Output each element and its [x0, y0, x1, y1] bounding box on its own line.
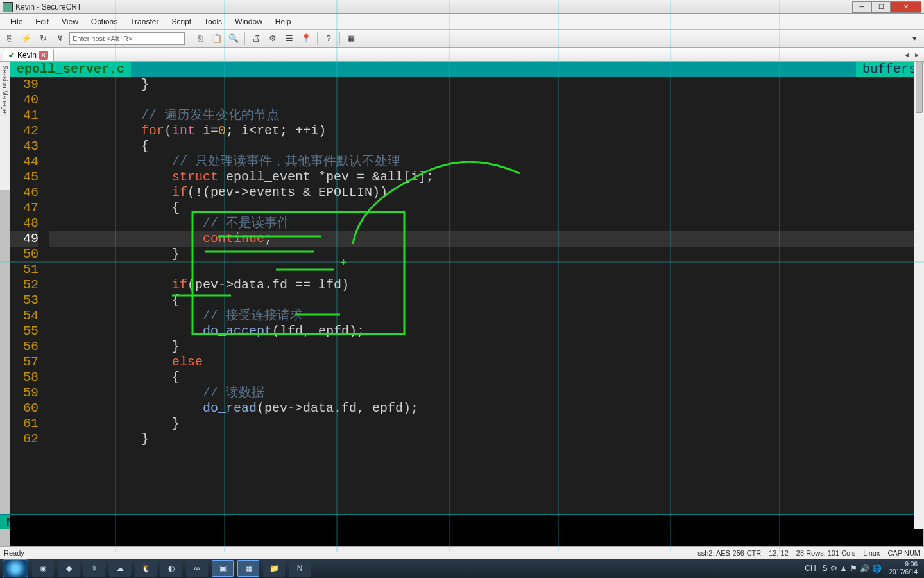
line-number: 49 [10, 231, 38, 247]
toolbar-dropdown-icon[interactable]: ▾ [907, 31, 921, 46]
taskbar-eclipse-icon[interactable]: ◐ [160, 560, 182, 577]
close-button[interactable]: ✕ [891, 1, 921, 13]
taskbar-clock[interactable]: 9:06 2017/6/14 [886, 561, 922, 576]
session-tabbar: ✔ Kevin ✕ ◂ ▸ [0, 48, 924, 62]
connect-icon[interactable]: ⎘ [3, 31, 17, 46]
clock-date: 2017/6/14 [889, 568, 918, 576]
code-line: } [49, 432, 923, 447]
menu-file[interactable]: File [4, 16, 29, 28]
options-icon[interactable]: ⚙ [266, 31, 280, 46]
copy-icon[interactable]: ⎘ [193, 31, 207, 46]
code-lines: } // 遍历发生变化的节点 for(int i=0; i<ret; ++i) … [49, 77, 923, 447]
status-os: Linux [863, 549, 880, 557]
taskbar-app-icon[interactable]: ☁ [109, 560, 131, 577]
line-number: 60 [10, 401, 38, 416]
taskbar-securecrt-icon[interactable]: ▣ [212, 560, 234, 577]
line-number-gutter: 3940414243444546474849505152535455565758… [10, 77, 45, 447]
code-line: { [49, 139, 923, 154]
find-icon[interactable]: 🔍 [227, 31, 241, 46]
line-number: 58 [10, 370, 38, 385]
system-tray: CH S⚙▲⚑🔊🌐 9:06 2017/6/14 [805, 561, 921, 576]
host-input[interactable]: Enter host <Alt+R> [69, 32, 185, 45]
tray-icon[interactable]: ⚑ [850, 564, 857, 573]
code-line: { [49, 200, 923, 216]
taskbar-vs-icon[interactable]: ∞ [186, 560, 208, 577]
vim-buffers-label[interactable]: buffers [856, 62, 923, 77]
status-caps: CAP NUM [887, 549, 920, 557]
reconnect-icon[interactable]: ↻ [36, 31, 50, 46]
toolbar-separator [189, 32, 189, 45]
start-button[interactable] [3, 559, 28, 577]
paste-icon[interactable]: 📋 [210, 31, 224, 46]
tray-icon[interactable]: ▲ [840, 564, 848, 573]
maximize-button[interactable]: ☐ [871, 1, 891, 13]
line-number: 41 [10, 108, 38, 123]
disconnect-icon[interactable]: ↯ [53, 31, 67, 46]
menu-options[interactable]: Options [85, 16, 124, 28]
line-number: 56 [10, 339, 38, 355]
taskbar-vmware-icon[interactable]: ▦ [237, 560, 259, 577]
line-number: 51 [10, 262, 38, 277]
window-titlebar: Kevin - SecureCRT ─ ☐ ✕ [0, 0, 924, 14]
app-statusbar: Ready ssh2: AES-256-CTR 12, 12 28 Rows, … [0, 546, 924, 559]
status-connection: ssh2: AES-256-CTR [697, 549, 761, 557]
line-number: 46 [10, 185, 38, 200]
line-number: 59 [10, 385, 38, 401]
session-options-icon[interactable]: ☰ [282, 31, 296, 46]
terminal-viewport[interactable]: epoll_server.c buffers 39404142434445464… [10, 62, 923, 529]
code-line: if(!(pev->events & EPOLLIN)) [49, 185, 923, 200]
menu-transfer[interactable]: Transfer [124, 16, 165, 28]
menu-edit[interactable]: Edit [29, 16, 55, 28]
quick-connect-icon[interactable]: ⚡ [19, 31, 33, 46]
tab-prev-icon[interactable]: ◂ [902, 50, 911, 59]
status-ready: Ready [4, 549, 24, 557]
code-line: // 读数据 [49, 385, 923, 401]
tab-close-icon[interactable]: ✕ [39, 51, 48, 60]
taskbar-explorer-icon[interactable]: 📁 [263, 560, 285, 577]
host-placeholder: Enter host <Alt+R> [73, 35, 132, 42]
log-icon[interactable]: 📍 [299, 31, 313, 46]
vertical-scrollbar[interactable] [914, 62, 924, 529]
code-line: { [49, 370, 923, 385]
code-line: // 遍历发生变化的节点 [49, 108, 923, 123]
tab-next-icon[interactable]: ▸ [912, 50, 921, 59]
taskbar-app-icon[interactable]: ◆ [58, 560, 80, 577]
code-line: do_accept(lfd, epfd); [49, 324, 923, 339]
menu-window[interactable]: Window [228, 16, 269, 28]
menu-script[interactable]: Script [165, 16, 198, 28]
menu-tools[interactable]: Tools [198, 16, 228, 28]
menu-view[interactable]: View [55, 16, 85, 28]
tray-icon[interactable]: 🔊 [860, 564, 869, 573]
connected-check-icon: ✔ [8, 51, 15, 60]
tray-icon[interactable]: ⚙ [830, 564, 837, 573]
help-icon[interactable]: ? [321, 31, 336, 46]
minimize-button[interactable]: ─ [852, 1, 871, 13]
line-number: 48 [10, 216, 38, 231]
line-number: 39 [10, 77, 38, 92]
tray-ime[interactable]: CH [805, 564, 816, 573]
toolbar-separator [244, 32, 245, 45]
tray-icon[interactable]: S [823, 564, 828, 573]
window-title: Kevin - SecureCRT [15, 3, 852, 12]
taskbar-app-icon[interactable]: ✳ [83, 560, 105, 577]
print-icon[interactable]: 🖨 [249, 31, 263, 46]
code-line: else [49, 355, 923, 370]
window-controls: ─ ☐ ✕ [852, 1, 921, 13]
menu-help[interactable]: Help [269, 16, 298, 28]
taskbar-onenote-icon[interactable]: N [289, 560, 311, 577]
code-line: { [49, 293, 923, 308]
line-number: 55 [10, 324, 38, 339]
taskbar-qq-icon[interactable]: 🐧 [135, 560, 157, 577]
clock-time: 9:06 [889, 561, 918, 568]
line-number: 50 [10, 247, 38, 262]
session-tab-kevin[interactable]: ✔ Kevin ✕ [3, 49, 54, 61]
scrollbar-thumb[interactable] [916, 62, 923, 113]
taskbar-chrome-icon[interactable]: ◉ [32, 560, 54, 577]
line-number: 62 [10, 432, 38, 447]
vim-file-tab[interactable]: epoll_server.c [10, 62, 131, 77]
extra-icon[interactable]: ▦ [344, 31, 358, 46]
tray-icon[interactable]: 🌐 [872, 564, 882, 573]
session-manager-panel[interactable]: Session Manager [0, 62, 10, 190]
code-line: if(pev->data.fd == lfd) [49, 277, 923, 293]
line-number: 42 [10, 123, 38, 139]
